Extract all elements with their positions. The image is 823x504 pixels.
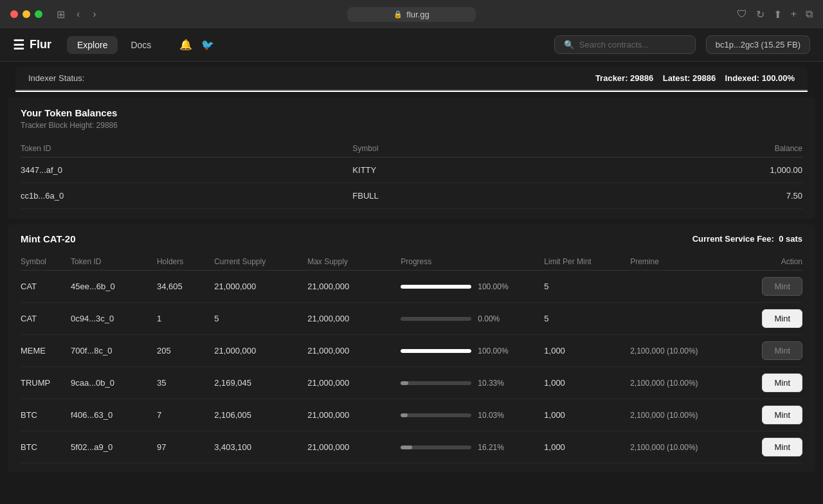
mint-button[interactable]: Mint bbox=[762, 277, 802, 296]
service-fee-value: 0 sats bbox=[779, 234, 802, 244]
symbol-cell: BTC bbox=[21, 431, 71, 464]
mint-col-premine: Premine bbox=[630, 253, 745, 271]
new-tab-icon[interactable]: + bbox=[791, 8, 797, 20]
col-token-id: Token ID bbox=[21, 140, 352, 158]
mint-col-tokenid: Token ID bbox=[71, 253, 157, 271]
tab-overview-icon[interactable]: ⧉ bbox=[806, 8, 813, 20]
current-supply-cell: 5 bbox=[214, 303, 307, 335]
browser-nav: ‹ › bbox=[73, 7, 100, 21]
tab-explore[interactable]: Explore bbox=[67, 36, 118, 54]
holders-cell: 35 bbox=[157, 367, 214, 399]
max-supply-cell: 21,000,000 bbox=[307, 367, 401, 399]
action-cell: Mint bbox=[745, 303, 802, 335]
maximize-button[interactable] bbox=[35, 10, 42, 18]
list-item: BTC f406...63_0 7 2,106,005 21,000,000 1… bbox=[21, 399, 802, 431]
mint-table: Symbol Token ID Holders Current Supply M… bbox=[21, 253, 802, 464]
token-id-cell: 3447...af_0 bbox=[21, 158, 352, 183]
col-symbol: Symbol bbox=[352, 140, 552, 158]
bell-icon[interactable]: 🔔 bbox=[179, 39, 192, 51]
token-balances-table: Token ID Symbol Balance 3447...af_0 KITT… bbox=[21, 140, 802, 209]
action-cell: Mint bbox=[745, 431, 802, 464]
symbol-cell: KITTY bbox=[352, 158, 552, 183]
lock-icon: 🔒 bbox=[393, 10, 402, 19]
mint-col-holders: Holders bbox=[157, 253, 214, 271]
mint-col-symbol: Symbol bbox=[21, 253, 71, 271]
mint-header: Mint CAT-20 Current Service Fee: 0 sats bbox=[21, 233, 802, 244]
logo: ☰ Flur bbox=[13, 37, 51, 53]
wallet-address[interactable]: bc1p...2gc3 (15.25 FB) bbox=[706, 35, 810, 54]
token-id-cell: 5f02...a9_0 bbox=[71, 431, 157, 464]
max-supply-cell: 21,000,000 bbox=[307, 303, 401, 335]
max-supply-cell: 21,000,000 bbox=[307, 431, 401, 464]
current-supply-cell: 21,000,000 bbox=[214, 335, 307, 367]
url-bar[interactable]: 🔒 flur.gg bbox=[347, 7, 476, 22]
current-supply-cell: 2,169,045 bbox=[214, 367, 307, 399]
limit-per-mint-cell: 5 bbox=[544, 271, 630, 303]
token-id-cell: 700f...8c_0 bbox=[71, 335, 157, 367]
close-button[interactable] bbox=[10, 10, 18, 18]
symbol-cell: CAT bbox=[21, 303, 71, 335]
mint-button[interactable]: Mint bbox=[762, 341, 802, 360]
tab-docs[interactable]: Docs bbox=[120, 36, 161, 54]
symbol-cell: TRUMP bbox=[21, 367, 71, 399]
mint-col-action: Action bbox=[745, 253, 802, 271]
share-icon[interactable]: ⬆ bbox=[773, 8, 782, 21]
tracker-value: 29886 bbox=[630, 73, 653, 83]
action-cell: Mint bbox=[745, 271, 802, 303]
refresh-icon[interactable]: ↻ bbox=[756, 8, 764, 21]
limit-per-mint-cell: 1,000 bbox=[544, 431, 630, 464]
col-balance: Balance bbox=[552, 140, 802, 158]
progress-cell: 10.03% bbox=[401, 399, 544, 431]
mint-button[interactable]: Mint bbox=[762, 406, 802, 424]
minimize-button[interactable] bbox=[23, 10, 30, 18]
mint-button[interactable]: Mint bbox=[762, 438, 802, 456]
mint-button[interactable]: Mint bbox=[762, 374, 802, 392]
nav-bar: ☰ Flur Explore Docs 🔔 🐦 🔍 Search contrac… bbox=[0, 28, 823, 62]
indexer-bar: Indexer Status: Tracker: 29886 Latest: 2… bbox=[15, 67, 808, 91]
search-placeholder: Search contracts... bbox=[579, 40, 649, 50]
service-fee: Current Service Fee: 0 sats bbox=[692, 234, 802, 244]
premine-cell: 2,100,000 (10.00%) bbox=[630, 335, 745, 367]
table-row: cc1b...6a_0 FBULL 7.50 bbox=[21, 183, 802, 209]
token-id-cell: 0c94...3c_0 bbox=[71, 303, 157, 335]
search-bar[interactable]: 🔍 Search contracts... bbox=[554, 35, 696, 54]
mint-button[interactable]: Mint bbox=[762, 309, 802, 328]
sidebar-toggle-icon[interactable]: ⊞ bbox=[57, 8, 65, 21]
list-item: MEME 700f...8c_0 205 21,000,000 21,000,0… bbox=[21, 335, 802, 367]
hamburger-icon: ☰ bbox=[13, 37, 24, 53]
token-id-cell: f406...63_0 bbox=[71, 399, 157, 431]
current-supply-cell: 2,106,005 bbox=[214, 399, 307, 431]
list-item: BTC 5f02...a9_0 97 3,403,100 21,000,000 … bbox=[21, 431, 802, 464]
twitter-icon[interactable]: 🐦 bbox=[201, 39, 214, 51]
list-item: CAT 0c94...3c_0 1 5 21,000,000 0.00% 5 M… bbox=[21, 303, 802, 335]
indexer-progress-bar bbox=[15, 91, 808, 92]
mint-col-max-supply: Max Supply bbox=[307, 253, 401, 271]
title-bar: ⊞ ‹ › 🔒 flur.gg 🛡 ↻ ⬆ + ⧉ bbox=[0, 0, 823, 28]
max-supply-cell: 21,000,000 bbox=[307, 271, 401, 303]
action-cell: Mint bbox=[745, 399, 802, 431]
mint-section: Mint CAT-20 Current Service Fee: 0 sats … bbox=[8, 224, 815, 473]
token-balances-section: Your Token Balances Tracker Block Height… bbox=[8, 97, 815, 219]
premine-cell: 2,100,000 (10.00%) bbox=[630, 399, 745, 431]
mint-title: Mint CAT-20 bbox=[21, 233, 76, 244]
indexed-value: 100.00% bbox=[762, 73, 795, 83]
mint-col-progress: Progress bbox=[401, 253, 544, 271]
table-row: 3447...af_0 KITTY 1,000.00 bbox=[21, 158, 802, 183]
current-supply-cell: 3,403,100 bbox=[214, 431, 307, 464]
holders-cell: 1 bbox=[157, 303, 214, 335]
back-button[interactable]: ‹ bbox=[73, 7, 84, 21]
progress-cell: 16.21% bbox=[401, 431, 544, 464]
list-item: CAT 45ee...6b_0 34,605 21,000,000 21,000… bbox=[21, 271, 802, 303]
premine-cell bbox=[630, 271, 745, 303]
balance-cell: 7.50 bbox=[552, 183, 802, 209]
holders-cell: 205 bbox=[157, 335, 214, 367]
search-icon: 🔍 bbox=[564, 40, 574, 50]
forward-button[interactable]: › bbox=[89, 7, 100, 21]
list-item: TRUMP 9caa...0b_0 35 2,169,045 21,000,00… bbox=[21, 367, 802, 399]
progress-cell: 100.00% bbox=[401, 271, 544, 303]
token-id-cell: 45ee...6b_0 bbox=[71, 271, 157, 303]
symbol-cell: FBULL bbox=[352, 183, 552, 209]
limit-per-mint-cell: 5 bbox=[544, 303, 630, 335]
url-text: flur.gg bbox=[406, 10, 429, 19]
tracker-label: Tracker: bbox=[595, 73, 628, 83]
